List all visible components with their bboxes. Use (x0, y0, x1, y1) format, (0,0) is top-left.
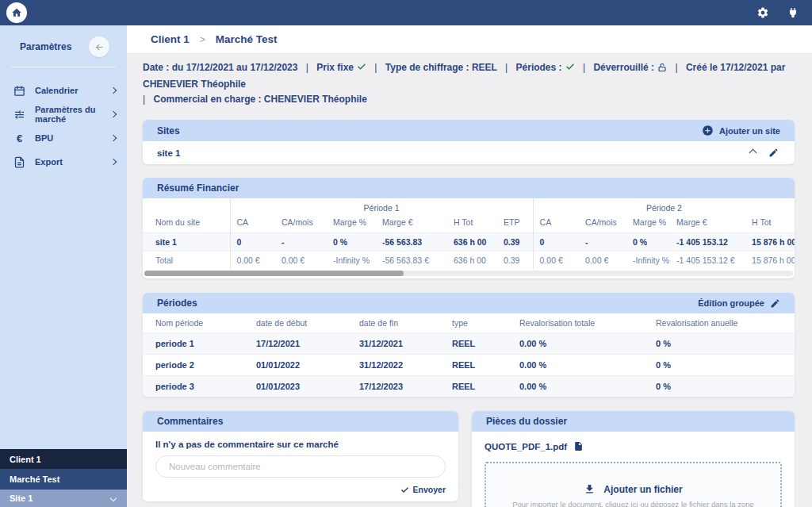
new-comment-input[interactable] (155, 455, 446, 478)
document-file-item[interactable]: QUOTE_PDF_1.pdf (485, 441, 782, 451)
chevron-up-icon[interactable] (749, 149, 757, 157)
topbar-actions (756, 6, 799, 19)
edit-icon (770, 298, 780, 309)
home-icon (11, 7, 22, 18)
column-header: Marge € (376, 215, 447, 233)
lock-open-icon[interactable] (657, 62, 667, 77)
sidebar-footer-site[interactable]: Site 1 (0, 490, 127, 507)
check-icon (400, 486, 409, 494)
column-header: Nom période (143, 313, 250, 333)
commercial-label: Commercial en charge : CHENEVIER Théophi… (153, 94, 366, 105)
sidebar-divider (11, 67, 116, 67)
sidebar-footer-client[interactable]: Client 1 (0, 449, 127, 469)
period2-group-header: Période 2 (533, 198, 795, 215)
check-icon (565, 61, 575, 76)
column-header: type (446, 313, 513, 333)
financial-summary-title: Résumé Financier (157, 182, 239, 194)
tune-icon (13, 109, 25, 121)
financial-summary-panel: Résumé Financier Période 1 Période 2 Nom… (143, 178, 795, 278)
sidebar-header: Paramètres (0, 25, 127, 67)
column-header: Marge % (327, 215, 376, 233)
content: Date : du 17/12/2021 au 17/12/2023 | Pri… (127, 54, 812, 507)
check-icon (357, 61, 366, 76)
arrow-left-icon (94, 42, 105, 52)
chevron-right-icon (110, 135, 117, 141)
main-area: Client 1 > Marché Test Date : du 17/12/2… (127, 25, 812, 507)
table-row[interactable]: periode 1 17/12/2021 31/12/2021 REEL 0.0… (143, 333, 795, 355)
breadcrumb-separator: > (200, 34, 205, 45)
sidebar-item-calendrier[interactable]: Calendrier (0, 79, 127, 102)
financial-summary-table: Période 1 Période 2 Nom du site CA CA/mo… (143, 198, 795, 269)
column-header: Revalorisation totale (513, 313, 649, 333)
column-header: H Tot (447, 215, 497, 233)
market-info-line1: Date : du 17/12/2021 au 17/12/2023 | Pri… (143, 60, 795, 92)
client-label: Client 1 (10, 455, 41, 464)
sidebar-item-label: Export (35, 157, 111, 167)
sites-title: Sites (157, 125, 180, 136)
market-info-line2: | Commercial en charge : CHENEVIER Théop… (143, 92, 795, 107)
document-icon (13, 156, 25, 168)
column-header: Marge % (626, 215, 670, 233)
send-comment-button[interactable]: Envoyer (155, 485, 446, 494)
table-row: site 1 0 - 0 % -56 563.83 636 h 00 0.39 … (143, 233, 795, 252)
site-label: Site 1 (10, 494, 33, 503)
scrollbar-thumb[interactable] (144, 271, 404, 276)
calendar-icon (13, 85, 25, 97)
table-row-total: Total 0.00 € 0.00 € -Infinity % -56 563.… (143, 252, 795, 270)
chevron-right-icon (110, 87, 117, 94)
edit-icon[interactable] (768, 148, 779, 158)
add-site-button[interactable]: Ajouter un site (702, 125, 780, 136)
breadcrumb-client[interactable]: Client 1 (151, 33, 190, 45)
documents-panel-header: Pièces du dossier (472, 411, 795, 432)
upload-label: Ajouter un fichier (603, 484, 682, 495)
column-header: H Tot (745, 215, 795, 233)
chevron-down-icon (110, 495, 117, 501)
top-bar (0, 0, 812, 25)
type-chiffrage-label: Type de chiffrage : REEL (385, 62, 497, 73)
comments-title: Commentaires (157, 416, 223, 427)
table-row[interactable]: periode 2 01/01/2022 31/12/2022 REEL 0.0… (143, 355, 795, 376)
financial-summary-header: Résumé Financier (143, 178, 795, 198)
periodes-label: Périodes : (516, 62, 562, 73)
file-dropzone[interactable]: Ajouter un fichier Pour importer le docu… (485, 462, 782, 507)
market-dates: Date : du 17/12/2021 au 17/12/2023 (143, 62, 297, 73)
table-row[interactable]: periode 3 01/01/2023 17/12/2023 REEL 0.0… (143, 376, 795, 398)
period1-group-header: Période 1 (230, 198, 533, 215)
prix-fixe-label: Prix fixe (316, 62, 354, 73)
home-button[interactable] (6, 2, 27, 23)
documents-title: Pièces du dossier (486, 416, 567, 427)
collapse-sidebar-button[interactable] (89, 36, 109, 57)
horizontal-scrollbar[interactable] (144, 271, 793, 276)
group-edit-button[interactable]: Édition groupée (698, 298, 780, 309)
market-label: Marché Test (10, 474, 59, 484)
sidebar-item-export[interactable]: Export (0, 150, 127, 174)
periods-title: Périodes (157, 298, 197, 309)
upload-hint: Pour importer le document, cliquez ici o… (512, 500, 754, 507)
comments-empty-text: Il n'y a pas de commentaire sur ce march… (155, 440, 446, 449)
download-icon (584, 483, 596, 495)
breadcrumb: Client 1 > Marché Test (127, 25, 812, 54)
sidebar-footer-market[interactable]: Marché Test (0, 469, 127, 490)
comments-panel-header: Commentaires (143, 411, 458, 432)
sidebar-item-parametres-du-marche[interactable]: Paramètres du marché (0, 102, 127, 126)
sidebar-item-bpu[interactable]: € BPU (0, 126, 127, 150)
column-header: Marge € (670, 215, 745, 233)
chevron-right-icon (110, 111, 117, 117)
sites-panel: Sites Ajouter un site site 1 (143, 120, 795, 164)
column-header: CA (230, 215, 275, 233)
plug-icon[interactable] (787, 6, 799, 19)
column-header: ETP (497, 215, 533, 233)
column-header: CA/mois (579, 215, 626, 233)
column-header: date de fin (353, 313, 446, 333)
periods-panel: Périodes Édition groupée Nom période dat… (143, 293, 795, 397)
site-row[interactable]: site 1 (143, 141, 795, 164)
deverrouille-label: Déverrouillé : (593, 62, 654, 73)
sidebar-footer: Client 1 Marché Test Site 1 (0, 449, 127, 507)
column-header: Revalorisation anuelle (649, 313, 795, 333)
site-name: site 1 (157, 148, 180, 158)
gear-icon[interactable] (756, 6, 769, 19)
sidebar-item-label: BPU (35, 133, 111, 143)
documents-panel: Pièces du dossier QUOTE_PDF_1.pdf Ajoute… (472, 411, 795, 507)
periods-panel-header: Périodes Édition groupée (143, 293, 795, 313)
breadcrumb-market: Marché Test (216, 33, 278, 45)
